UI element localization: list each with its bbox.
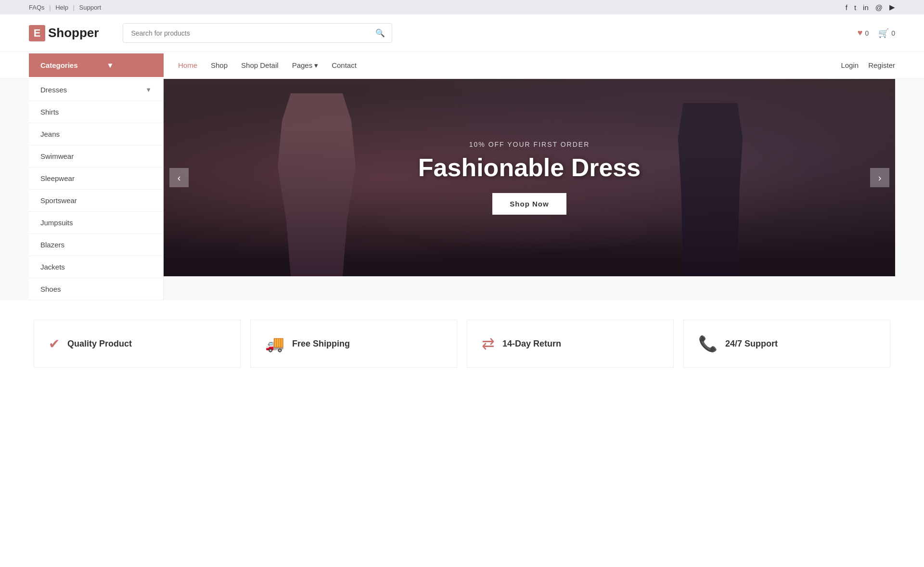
pages-chevron-icon: ▾ — [314, 61, 318, 70]
top-bar: FAQs | Help | Support f t in @ ▶ — [0, 0, 924, 14]
features-section: ✔ Quality Product 🚚 Free Shipping ⇄ 14-D… — [0, 300, 924, 387]
categories-chevron-icon: ▼ — [107, 61, 114, 69]
nav-bar: Categories ▼ Home Shop Shop Detail Pages… — [0, 52, 924, 79]
hero-slide: 10% OFF YOUR FIRST ORDER Fashionable Dre… — [164, 79, 895, 276]
social-links: f t in @ ▶ — [846, 3, 895, 12]
sep1: | — [49, 4, 52, 11]
dresses-chevron-icon: ▼ — [145, 86, 152, 93]
hero-text: 10% OFF YOUR FIRST ORDER Fashionable Dre… — [418, 141, 641, 215]
hero-subtitle: 10% OFF YOUR FIRST ORDER — [418, 141, 641, 148]
hero-figure-right — [672, 103, 749, 276]
help-link[interactable]: Help — [55, 4, 68, 11]
search-button[interactable]: 🔍 — [369, 24, 392, 42]
categories-label: Categories — [40, 61, 78, 69]
instagram-icon[interactable]: @ — [875, 3, 883, 12]
nav-home[interactable]: Home — [178, 52, 197, 78]
sidebar-item-dresses[interactable]: Dresses ▼ — [29, 79, 163, 101]
sidebar-label-jeans: Jeans — [40, 130, 60, 138]
sidebar-label-shirts: Shirts — [40, 108, 59, 116]
sidebar-label-blazers: Blazers — [40, 241, 64, 249]
faqs-link[interactable]: FAQs — [29, 4, 45, 11]
sidebar-item-sleepwear[interactable]: Sleepwear — [29, 168, 163, 190]
wishlist-button[interactable]: ♥ 0 — [858, 28, 869, 38]
hero-next-button[interactable]: › — [870, 168, 889, 187]
sidebar-item-jeans[interactable]: Jeans — [29, 123, 163, 145]
shipping-label: Free Shipping — [292, 339, 350, 349]
search-input[interactable] — [123, 25, 369, 42]
header: E Shopper 🔍 ♥ 0 🛒 0 — [0, 14, 924, 52]
hero-title: Fashionable Dress — [418, 154, 641, 181]
heart-icon: ♥ — [858, 28, 863, 38]
facebook-icon[interactable]: f — [846, 3, 847, 12]
sidebar-item-swimwear[interactable]: Swimwear — [29, 145, 163, 168]
logo-letter: E — [29, 25, 45, 41]
register-link[interactable]: Register — [868, 61, 895, 69]
sidebar-label-shoes: Shoes — [40, 285, 61, 293]
nav-shop-detail[interactable]: Shop Detail — [241, 52, 279, 78]
sidebar-item-jumpsuits[interactable]: Jumpsuits — [29, 212, 163, 234]
hero-prev-button[interactable]: ‹ — [169, 168, 189, 187]
feature-quality: ✔ Quality Product — [34, 320, 241, 368]
sidebar-item-blazers[interactable]: Blazers — [29, 234, 163, 256]
twitter-icon[interactable]: t — [854, 3, 856, 12]
sidebar-label-dresses: Dresses — [40, 86, 67, 94]
nav-shop[interactable]: Shop — [211, 52, 228, 78]
top-bar-links: FAQs | Help | Support — [29, 4, 104, 11]
search-bar: 🔍 — [123, 23, 392, 43]
feature-support: 📞 24/7 Support — [683, 320, 890, 368]
sidebar-label-sportswear: Sportswear — [40, 196, 77, 205]
return-icon: ⇄ — [482, 335, 495, 353]
quality-label: Quality Product — [67, 339, 132, 349]
main-content: Dresses ▼ Shirts Jeans Swimwear Sleepwea… — [0, 79, 924, 300]
cart-icon: 🛒 — [878, 28, 889, 39]
youtube-icon[interactable]: ▶ — [889, 3, 895, 12]
pages-label: Pages — [292, 61, 313, 69]
nav-contact[interactable]: Contact — [332, 52, 357, 78]
sidebar-label-sleepwear: Sleepwear — [40, 174, 75, 182]
sidebar-label-swimwear: Swimwear — [40, 152, 74, 160]
cart-button[interactable]: 🛒 0 — [878, 28, 895, 39]
sidebar-item-shoes[interactable]: Shoes — [29, 278, 163, 300]
feature-shipping: 🚚 Free Shipping — [250, 320, 457, 368]
shipping-icon: 🚚 — [265, 335, 284, 353]
cart-count: 0 — [891, 29, 895, 37]
search-icon: 🔍 — [375, 29, 385, 37]
return-label: 14-Day Return — [502, 339, 561, 349]
sidebar-item-jackets[interactable]: Jackets — [29, 256, 163, 278]
support-link[interactable]: Support — [79, 4, 102, 11]
sidebar-label-jackets: Jackets — [40, 263, 65, 271]
linkedin-icon[interactable]: in — [863, 3, 869, 12]
login-link[interactable]: Login — [841, 61, 859, 69]
logo-name: Shopper — [48, 26, 99, 40]
sidebar-label-jumpsuits: Jumpsuits — [40, 219, 73, 227]
sidebar-item-shirts[interactable]: Shirts — [29, 101, 163, 123]
header-actions: ♥ 0 🛒 0 — [858, 28, 895, 39]
hero-slider: 10% OFF YOUR FIRST ORDER Fashionable Dre… — [164, 79, 895, 300]
nav-pages[interactable]: Pages ▾ — [292, 52, 319, 78]
support-icon: 📞 — [698, 335, 718, 353]
sep2: | — [73, 4, 77, 11]
hero-shop-now-button[interactable]: Shop Now — [492, 193, 566, 215]
wishlist-count: 0 — [865, 29, 869, 37]
logo[interactable]: E Shopper — [29, 25, 99, 41]
feature-return: ⇄ 14-Day Return — [467, 320, 674, 368]
nav-links: Home Shop Shop Detail Pages ▾ Contact — [178, 52, 841, 78]
quality-icon: ✔ — [49, 336, 60, 352]
sidebar: Dresses ▼ Shirts Jeans Swimwear Sleepwea… — [29, 79, 164, 300]
support-label: 24/7 Support — [725, 339, 778, 349]
sidebar-item-sportswear[interactable]: Sportswear — [29, 190, 163, 212]
categories-button[interactable]: Categories ▼ — [29, 53, 164, 77]
nav-auth: Login Register — [841, 61, 895, 69]
